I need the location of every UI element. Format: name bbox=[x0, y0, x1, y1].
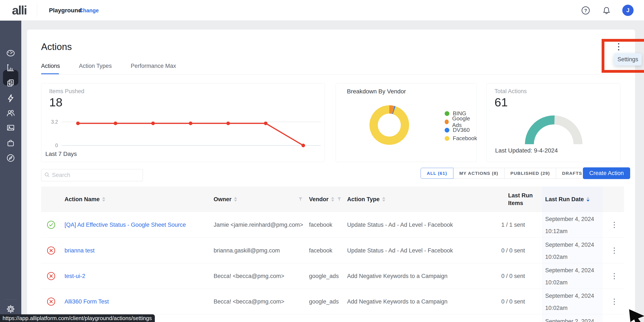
owner-cell: Becca! <becca@pmg.com> bbox=[214, 289, 305, 314]
left-sidebar bbox=[0, 21, 21, 322]
status-success-icon bbox=[47, 212, 56, 238]
column-header-action-name[interactable]: Action Name bbox=[64, 186, 105, 212]
owner-cell: brianna.gaskill@pmg.com bbox=[214, 238, 305, 263]
table-header-row: Action Name Owner Vendor Action Type bbox=[41, 186, 624, 212]
sidebar-item-explore[interactable] bbox=[6, 153, 16, 163]
workspace-name: Playground bbox=[49, 7, 82, 14]
tabs-divider bbox=[41, 74, 621, 74]
vendor-legend: BINGGoogle AdsDV360Facebook bbox=[445, 109, 477, 143]
sort-carets-icon[interactable] bbox=[382, 197, 385, 202]
row-more-menu-button[interactable] bbox=[610, 238, 618, 263]
status-error-icon bbox=[47, 238, 56, 263]
last-run-date-cell: September 4, 202410:12am bbox=[542, 212, 603, 238]
filter-funnel-icon[interactable] bbox=[298, 196, 302, 203]
legend-label: Google Ads bbox=[452, 115, 477, 129]
alli-logo: alli bbox=[12, 3, 26, 17]
sidebar-item-shop[interactable] bbox=[6, 138, 16, 148]
table-row: [QA] Ad Effective Status - Google Sheet … bbox=[41, 212, 624, 238]
search-icon bbox=[44, 172, 50, 178]
bell-icon[interactable] bbox=[602, 6, 611, 15]
column-header-vendor[interactable]: Vendor bbox=[309, 186, 342, 212]
sidebar-item-reports[interactable] bbox=[6, 63, 16, 73]
sidebar-item-actions[interactable] bbox=[6, 93, 16, 103]
row-more-menu-button[interactable] bbox=[610, 212, 618, 238]
action-type-cell: Add Negative Keywords to a Campaign bbox=[347, 263, 479, 289]
tab-action-types[interactable]: Action Types bbox=[79, 63, 112, 69]
filter-button-0[interactable]: ALL (61) bbox=[420, 168, 454, 179]
status-error-icon bbox=[47, 289, 56, 314]
table-row: test-ui-2Becca! <becca@pmg.com>google_ad… bbox=[41, 263, 624, 289]
last-run-date-cell: September 4, 202410:02am bbox=[542, 263, 603, 289]
sort-carets-icon[interactable] bbox=[586, 197, 590, 202]
items-pushed-line-chart: 3.20 bbox=[41, 83, 325, 162]
action-name-link[interactable]: [QA] Ad Effective Status - Google Sheet … bbox=[64, 212, 209, 238]
vendor-cell: facebook bbox=[309, 212, 345, 238]
svg-text:3.2: 3.2 bbox=[51, 119, 58, 125]
legend-label: DV360 bbox=[453, 127, 470, 133]
actions-filter-group: ALL (61)MY ACTIONS (8)PUBLISHED (29)DRAF… bbox=[420, 168, 599, 179]
legend-dot-icon bbox=[445, 120, 449, 124]
legend-dot-icon bbox=[445, 111, 449, 116]
svg-text:0: 0 bbox=[55, 143, 58, 148]
last-updated-text: Last Updated: 9-4-2024 bbox=[495, 147, 558, 154]
header-divider bbox=[37, 4, 37, 16]
action-type-cell: Add Negative Keywords to a Campaign bbox=[347, 289, 479, 314]
sort-carets-icon[interactable] bbox=[102, 197, 105, 202]
last-run-items-cell: 1 / 1 sent bbox=[482, 212, 525, 238]
status-error-icon bbox=[47, 263, 56, 289]
column-header-owner[interactable]: Owner bbox=[214, 186, 302, 212]
status-bar-url: https://app.alliplatform.com/client/play… bbox=[0, 314, 155, 322]
user-avatar[interactable]: J bbox=[622, 5, 634, 16]
row-more-menu-button[interactable] bbox=[610, 289, 618, 314]
table-row: brianna testbrianna.gaskill@pmg.comfaceb… bbox=[41, 238, 624, 263]
sort-carets-icon[interactable] bbox=[331, 197, 334, 202]
legend-label: Facebook bbox=[453, 135, 477, 142]
app-root: alli Playground Change ? J bbox=[0, 0, 644, 322]
action-type-cell: Update Status - Ad - Ad Level - Facebook bbox=[347, 212, 479, 238]
total-actions-card: Total Actions 61 Last Updated: 9-4-2024 bbox=[486, 83, 620, 162]
search-input[interactable] bbox=[52, 172, 140, 178]
last-run-date-cell: September 4, 202410:02am bbox=[542, 289, 603, 314]
legend-item-google-ads: Google Ads bbox=[445, 118, 477, 126]
column-header-action-type[interactable]: Action Type bbox=[347, 186, 385, 212]
action-name-link[interactable]: test-ui-2 bbox=[64, 263, 209, 289]
sidebar-item-audiences[interactable] bbox=[6, 108, 16, 118]
action-name-link[interactable]: brianna test bbox=[64, 238, 209, 263]
page-more-menu-button[interactable] bbox=[616, 42, 622, 51]
page-title: Actions bbox=[41, 41, 72, 52]
table-body: [QA] Ad Effective Status - Google Sheet … bbox=[41, 212, 624, 322]
items-pushed-footer: Last 7 Days bbox=[45, 151, 77, 158]
filter-button-2[interactable]: PUBLISHED (29) bbox=[504, 168, 556, 179]
table-row: Alli360 Form TestBecca! <becca@pmg.com>g… bbox=[41, 289, 624, 314]
filter-button-1[interactable]: MY ACTIONS (8) bbox=[453, 168, 504, 179]
vendor-cell: facebook bbox=[309, 238, 345, 263]
action-name-link[interactable]: Alli360 Form Test bbox=[64, 289, 209, 314]
column-header-last-run-date[interactable]: Last Run Date bbox=[545, 186, 590, 212]
vendor-cell: google_ads bbox=[309, 289, 345, 314]
create-action-button[interactable]: Create Action bbox=[583, 167, 630, 179]
sort-carets-icon[interactable] bbox=[234, 197, 237, 202]
svg-text:?: ? bbox=[584, 8, 587, 13]
sidebar-item-dashboard[interactable] bbox=[6, 48, 16, 58]
vendor-cell: google_ads bbox=[309, 263, 345, 289]
sidebar-divider bbox=[5, 300, 16, 300]
filter-funnel-icon[interactable] bbox=[337, 196, 342, 203]
vendor-breakdown-card: Breakdown By Vendor BINGGoogle AdsDV360F… bbox=[336, 83, 476, 162]
actions-table: Action Name Owner Vendor Action Type bbox=[41, 186, 624, 322]
search-box bbox=[41, 169, 143, 181]
sidebar-item-tasks[interactable] bbox=[6, 78, 16, 88]
column-header-last-run-items: Last Run Items bbox=[508, 186, 544, 212]
tab-actions[interactable]: Actions bbox=[41, 63, 60, 69]
help-circle-icon[interactable]: ? bbox=[581, 6, 590, 15]
last-run-items-cell: 0 / 0 sent bbox=[482, 238, 525, 263]
last-run-items-cell: 0 / 0 sent bbox=[482, 263, 525, 289]
change-workspace-link[interactable]: Change bbox=[79, 7, 99, 14]
row-more-menu-button[interactable] bbox=[610, 263, 618, 289]
sidebar-item-creative[interactable] bbox=[6, 123, 16, 133]
last-run-items-cell: 0 / 0 sent bbox=[482, 289, 525, 314]
page-tabs: Actions Action Types Performance Max bbox=[41, 63, 176, 69]
last-run-date-cell: September 2, 2024 bbox=[542, 314, 603, 322]
settings-menu-item[interactable]: Settings bbox=[614, 53, 642, 65]
sidebar-item-settings[interactable] bbox=[6, 304, 16, 314]
tab-performance-max[interactable]: Performance Max bbox=[131, 63, 176, 69]
